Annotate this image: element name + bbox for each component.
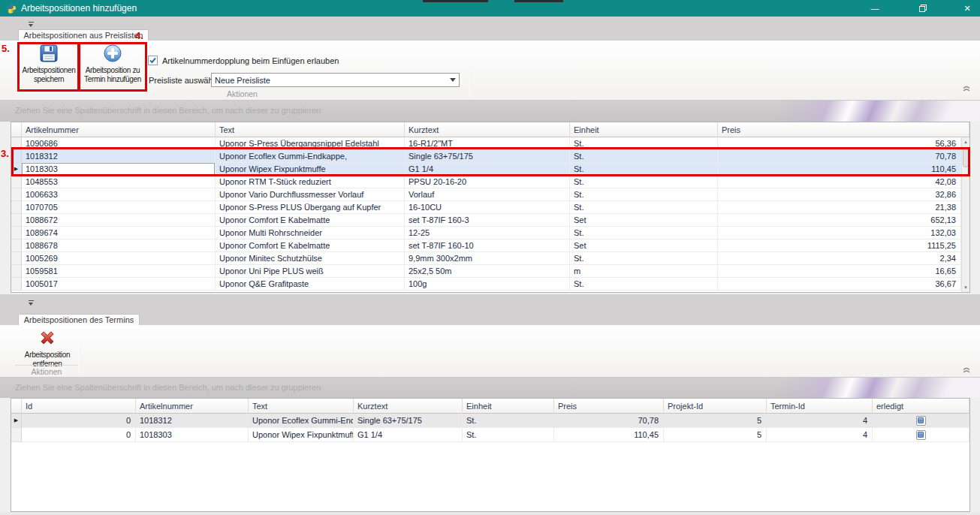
tab-arbeitspositionen-des-termins[interactable]: Arbeitspositionen des Termins: [18, 314, 140, 325]
cell-einheit: St.: [570, 227, 718, 239]
column-header-id[interactable]: Id: [22, 399, 136, 414]
tab-arbeitspositionen-aus-preislisten[interactable]: Arbeitspositionen aus Preislisten: [18, 29, 149, 41]
cell-text: Uponor Ecoflex Gummi-Endkap...: [249, 414, 354, 428]
scroll-down-icon[interactable]: ▼: [962, 283, 969, 292]
column-header-terminid[interactable]: Termin-Id: [767, 399, 873, 414]
ribbon-collapse-chevron-icon[interactable]: [961, 84, 972, 92]
table-row[interactable]: 1005269Uponor Minitec Schutzhülse9,9mm 3…: [11, 252, 969, 265]
remove-arbeitsposition-button[interactable]: Arbeitsposition entfernen: [20, 328, 75, 369]
group-caption-aktionen: Aktionen: [15, 89, 469, 98]
row-indicator: [11, 176, 22, 188]
cell-id: 0: [22, 428, 136, 442]
cell-einheit: St.: [463, 428, 554, 442]
column-header-kurztext[interactable]: Kurztext: [354, 399, 463, 414]
decorative-swoosh: [755, 378, 980, 398]
erledigt-icon-fill: [918, 432, 924, 438]
cell-preis: 42,08: [718, 176, 961, 188]
column-header-einheit[interactable]: Einheit: [570, 122, 718, 137]
table-row[interactable]: 1006633Uponor Vario Durchflussmesser Vor…: [11, 188, 969, 201]
save-button-label: Arbeitspositionen speichern: [20, 66, 78, 84]
remove-button-label: Arbeitsposition entfernen: [20, 351, 75, 369]
window-title: Arbeitspositionen hinzufügen: [21, 3, 137, 14]
cell-erledigt: [873, 428, 969, 442]
annotation-label-5: 5.: [2, 43, 10, 54]
preisliste-combobox[interactable]: Neue Preisliste: [211, 73, 460, 87]
table-row[interactable]: 1059581Uponor Uni Pipe PLUS weiß25x2,5 5…: [11, 265, 969, 278]
table-row[interactable]: 1018312Uponor Ecoflex Gummi-Endkappe,Sin…: [11, 150, 969, 163]
row-indicator: [11, 428, 22, 442]
cell-artikelnummer: 1018312: [22, 150, 216, 163]
cell-id: 0: [22, 414, 136, 428]
preisliste-combo-value: Neue Preisliste: [215, 76, 270, 85]
column-header-preis[interactable]: Preis: [718, 122, 969, 137]
column-header-text[interactable]: Text: [249, 399, 354, 414]
minimize-button[interactable]: —: [862, 0, 888, 17]
cell-kurztext: set T-87IF 160-10: [405, 239, 570, 252]
cell-einheit: St.: [570, 188, 718, 201]
cell-text: Uponor Uni Pipe PLUS weiß: [216, 265, 405, 278]
column-header-projektid[interactable]: Projekt-Id: [664, 399, 767, 414]
table-row[interactable]: 1089674Uponor Multi Rohrschneider12-25St…: [11, 227, 969, 239]
cell-text: Uponor Comfort E Kabelmatte: [216, 214, 405, 227]
scroll-up-icon[interactable]: ▲: [962, 137, 969, 146]
cell-preis: 132,03: [718, 227, 961, 239]
cell-kurztext: G1 1/4: [405, 163, 570, 176]
cell-einheit: St.: [570, 278, 718, 291]
group-separator: [78, 327, 79, 375]
save-arbeitspositionen-button[interactable]: Arbeitspositionen speichern: [20, 44, 78, 84]
cell-kurztext: 100g: [405, 278, 570, 291]
cell-artikelnummer: 1070705: [22, 201, 216, 214]
cell-artikelnummer: 1088678: [22, 239, 216, 252]
cell-artikelnummer: 1006633: [22, 188, 216, 201]
cell-artikelnummer: 1005017: [22, 278, 216, 291]
column-header-artikelnummer[interactable]: Artikelnummer: [22, 122, 216, 137]
table-row[interactable]: 1048553Uponor RTM T-Stück reduziertPPSU …: [11, 176, 969, 188]
cell-artikelnummer: 1018303: [136, 428, 249, 442]
allow-duplicate-checkbox[interactable]: [148, 56, 158, 65]
column-header-artikelnummer[interactable]: Artikelnummer: [136, 399, 249, 414]
group-by-hint-top: Ziehen Sie eine Spaltenüberschrift in di…: [15, 106, 321, 115]
erledigt-icon[interactable]: [916, 416, 926, 426]
cell-einheit: St.: [570, 176, 718, 188]
quick-access-dropdown-icon[interactable]: [27, 300, 36, 307]
column-header-text[interactable]: Text: [216, 122, 405, 137]
titlebar-artifact-strip: [514, 0, 563, 2]
table-row[interactable]: 01018303Uponor Wipex FixpunktmuffeG1 1/4…: [11, 428, 969, 442]
dialog-window: Arbeitspositionen hinzufügen — ✕ Arbeits…: [0, 0, 980, 515]
cell-artikelnummer: 1059581: [22, 265, 216, 278]
table-row[interactable]: 1088678Uponor Comfort E Kabelmatteset T-…: [11, 239, 969, 252]
table-row[interactable]: 1088672Uponor Comfort E Kabelmatteset T-…: [11, 214, 969, 227]
erledigt-icon[interactable]: [916, 430, 926, 440]
title-bar: Arbeitspositionen hinzufügen — ✕: [0, 0, 980, 17]
add-to-termin-button[interactable]: Arbeitsposition zu Termin hinzufügen: [81, 44, 144, 84]
ribbon-collapse-chevron-icon[interactable]: [961, 366, 972, 374]
maximize-restore-button[interactable]: [910, 0, 936, 17]
column-header-preis[interactable]: Preis: [554, 399, 664, 414]
row-indicator: [11, 150, 22, 163]
column-header-kurztext[interactable]: Kurztext: [405, 122, 570, 137]
column-header-einheit[interactable]: Einheit: [463, 399, 554, 414]
quick-access-dropdown-icon[interactable]: [27, 21, 36, 29]
cell-text: Uponor S-Press Übergangsnippel Edelstahl: [216, 137, 405, 150]
ribbon-top: Arbeitspositionen speichern Arbeitsposit…: [0, 41, 980, 101]
cell-text: Uponor Multi Rohrschneider: [216, 227, 405, 239]
row-indicator: [11, 214, 22, 227]
table-row[interactable]: 1005017Uponor Q&E Grafitpaste100gSt.36,6…: [11, 278, 969, 291]
table-row[interactable]: 1090686Uponor S-Press Übergangsnippel Ed…: [11, 137, 969, 150]
cell-termin_id: 4: [767, 428, 873, 442]
row-indicator: [11, 227, 22, 239]
termin-positionen-grid: IdArtikelnummerTextKurztextEinheitPreisP…: [11, 398, 970, 512]
table-row[interactable]: 1070705Uponor S-Press PLUS Übergang auf …: [11, 201, 969, 214]
vertical-scrollbar[interactable]: ▲ ▼: [961, 137, 969, 292]
close-button[interactable]: ✕: [954, 0, 980, 17]
cell-text: Uponor Wipex Fixpunktmuffe: [249, 428, 354, 442]
table-row[interactable]: ▶01018312Uponor Ecoflex Gummi-Endkap...S…: [11, 414, 969, 428]
cell-preis: 1115,25: [718, 239, 961, 252]
cell-preis: 110,45: [554, 428, 664, 442]
cell-text: Uponor Ecoflex Gummi-Endkappe,: [216, 150, 405, 163]
scrollbar-thumb[interactable]: [963, 148, 969, 167]
annotation-label-4: 4.: [135, 30, 143, 41]
cell-projekt_id: 5: [664, 414, 767, 428]
table-row[interactable]: ▶1018303Uponor Wipex FixpunktmuffeG1 1/4…: [11, 163, 969, 176]
column-header-erledigt[interactable]: erledigt: [873, 399, 969, 414]
